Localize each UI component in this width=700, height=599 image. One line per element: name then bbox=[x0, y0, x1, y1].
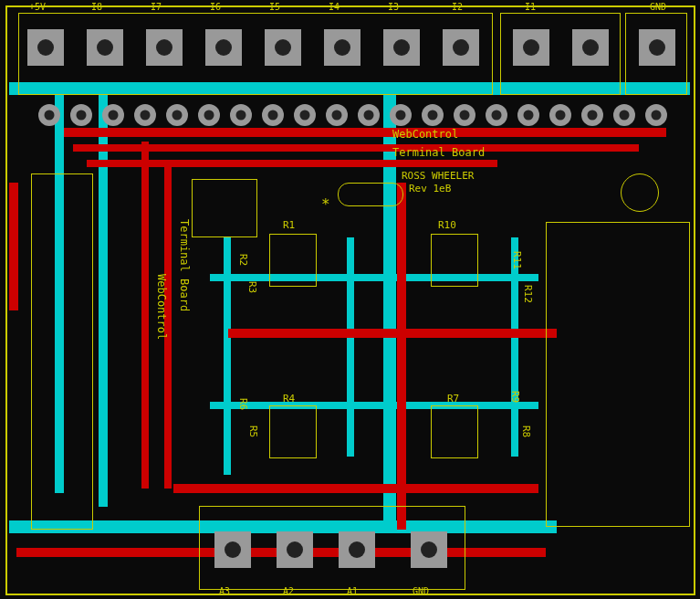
r1-outline bbox=[269, 234, 317, 287]
revision-label: Rev 1eB bbox=[409, 183, 451, 194]
r11-label: R11 bbox=[511, 251, 523, 269]
terminal-pad bbox=[27, 29, 64, 66]
trace-cyan-h1 bbox=[210, 402, 538, 409]
terminal-pad bbox=[205, 29, 242, 66]
via-pad bbox=[358, 104, 380, 126]
via-pad bbox=[326, 104, 348, 126]
terminal-pad bbox=[324, 29, 360, 66]
designer-label: ROSS WHEELER bbox=[402, 170, 474, 182]
terminal-pad bbox=[639, 29, 675, 66]
label-top-7: I3 bbox=[388, 2, 399, 12]
label-top-4: I6 bbox=[210, 2, 221, 12]
r10-label: R10 bbox=[438, 219, 456, 231]
r7-label: R7 bbox=[447, 393, 459, 405]
label-top-3: I7 bbox=[151, 2, 162, 12]
via-pad bbox=[645, 104, 667, 126]
via-pad bbox=[486, 104, 507, 126]
trace-red-h2 bbox=[73, 144, 639, 152]
terminal-pad bbox=[411, 531, 447, 568]
label-bot-1: A3 bbox=[219, 586, 230, 596]
via-pad bbox=[422, 104, 444, 126]
side-subtitle: Terminal Board bbox=[178, 219, 191, 311]
label-top-5: I5 bbox=[269, 2, 280, 12]
trace-cyan-h2 bbox=[210, 274, 538, 281]
terminal-pad bbox=[265, 29, 301, 66]
label-top-2: I8 bbox=[91, 2, 102, 12]
trace-red-vL bbox=[9, 183, 18, 310]
jumper-block-1 bbox=[192, 179, 257, 237]
trace-red-center-v bbox=[397, 183, 406, 530]
trace-red-mid-h bbox=[228, 329, 557, 338]
terminal-pad bbox=[146, 29, 183, 66]
r7-outline bbox=[431, 405, 478, 458]
via-pad bbox=[613, 104, 635, 126]
pcb-layout: WebControl Terminal Board ROSS WHEELER R… bbox=[0, 0, 700, 599]
side-title: WebControl bbox=[155, 274, 168, 340]
trace-red-v1 bbox=[141, 142, 149, 489]
r4-outline bbox=[269, 405, 317, 458]
label-bot-2: A2 bbox=[283, 586, 294, 596]
via-pad bbox=[517, 104, 539, 126]
r1-label: R1 bbox=[283, 219, 295, 231]
via-pad bbox=[454, 104, 475, 126]
label-top-10: GND bbox=[650, 2, 666, 12]
r8-label: R8 bbox=[520, 426, 532, 437]
via-pad bbox=[294, 104, 316, 126]
via-pad bbox=[102, 104, 124, 126]
trace-cyan-v4 bbox=[224, 237, 231, 475]
r12-label: R12 bbox=[522, 285, 534, 303]
terminal-pad bbox=[443, 29, 479, 66]
via-pad bbox=[166, 104, 188, 126]
trace-red-bottom-h bbox=[173, 484, 538, 493]
via-pad bbox=[549, 104, 571, 126]
terminal-pad bbox=[87, 29, 123, 66]
r4-label: R4 bbox=[283, 393, 295, 405]
label-bot-3: A1 bbox=[347, 586, 358, 596]
label-bot-4: GND bbox=[413, 586, 429, 596]
board-title: WebControl bbox=[392, 128, 458, 141]
trace-cyan-v6 bbox=[511, 237, 518, 457]
terminal-pad bbox=[383, 29, 420, 66]
proto-area bbox=[546, 222, 690, 527]
via-pad bbox=[390, 104, 412, 126]
asterisk: * bbox=[321, 195, 330, 213]
mounting-hole bbox=[621, 173, 659, 212]
jumper-oval bbox=[338, 183, 403, 206]
trace-red-h1 bbox=[64, 128, 666, 137]
r6-label: R6 bbox=[237, 398, 249, 410]
via-pad bbox=[262, 104, 284, 126]
trace-cyan-v5 bbox=[347, 237, 354, 457]
board-subtitle: Terminal Board bbox=[392, 146, 485, 159]
via-pad bbox=[38, 104, 60, 126]
via-pad bbox=[581, 104, 603, 126]
label-top-9: I1 bbox=[525, 2, 536, 12]
via-pad bbox=[230, 104, 252, 126]
r10-outline bbox=[431, 234, 478, 287]
label-top-6: I4 bbox=[329, 2, 340, 12]
r3-label: R3 bbox=[246, 281, 258, 293]
r2-label: R2 bbox=[237, 254, 249, 266]
via-pad bbox=[198, 104, 220, 126]
terminal-pad bbox=[214, 531, 251, 568]
terminal-pad bbox=[339, 531, 375, 568]
label-top-8: I2 bbox=[452, 2, 463, 12]
r5-label: R5 bbox=[247, 426, 259, 437]
via-pad bbox=[70, 104, 92, 126]
label-top-1: +5V bbox=[29, 2, 46, 12]
terminal-pad bbox=[277, 531, 313, 568]
terminal-pad bbox=[572, 29, 609, 66]
header-left bbox=[31, 173, 93, 530]
r9-label: R9 bbox=[509, 391, 521, 403]
via-pad bbox=[134, 104, 156, 126]
terminal-pad bbox=[513, 29, 549, 66]
